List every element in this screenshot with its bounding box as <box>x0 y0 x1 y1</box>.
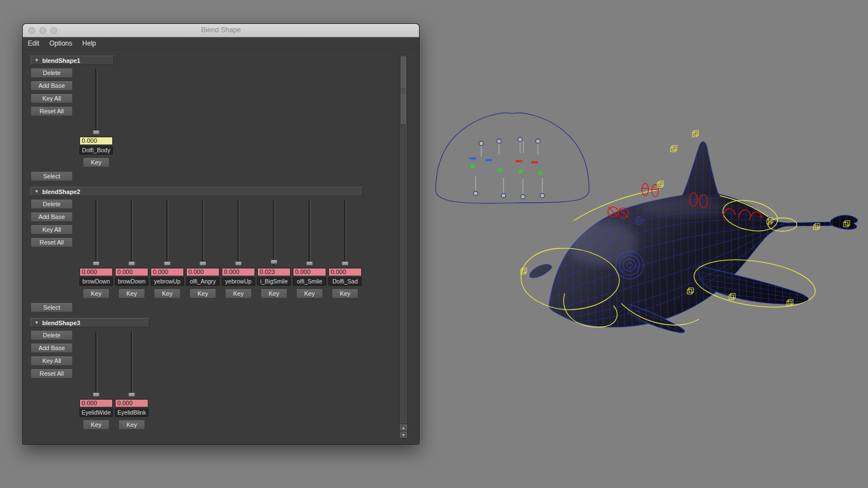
target-name-field[interactable]: Dolfi_Sad <box>328 277 362 286</box>
3d-viewport[interactable] <box>422 0 868 488</box>
weight-value-field[interactable]: 0.000 <box>79 137 113 145</box>
select-button[interactable]: Select <box>31 302 73 312</box>
key-button[interactable]: Key <box>118 288 145 298</box>
target-name-field[interactable]: i_BigSmile <box>257 277 291 286</box>
weight-value-field[interactable]: 0.000 <box>186 268 220 276</box>
key-button[interactable]: Key <box>296 288 323 298</box>
slider-handle[interactable] <box>128 261 136 266</box>
slider-handle[interactable] <box>342 261 349 266</box>
slider-track[interactable] <box>308 200 310 266</box>
slider-handle[interactable] <box>199 261 207 266</box>
control-handle-box-icon[interactable] <box>657 181 664 187</box>
weight-value-field[interactable]: 0.000 <box>328 268 362 276</box>
scrollbar-thumb[interactable] <box>400 56 407 125</box>
delete-button[interactable]: Delete <box>31 330 73 340</box>
target-name-field[interactable]: olfi_Smile <box>293 277 326 286</box>
control-handle-box-icon[interactable] <box>671 146 677 152</box>
add-base-button[interactable]: Add Base <box>31 212 73 222</box>
zoom-button[interactable] <box>51 27 57 34</box>
slider-track[interactable] <box>237 200 239 266</box>
collapse-triangle-icon[interactable]: ▼ <box>34 58 39 63</box>
add-base-button[interactable]: Add Base <box>31 343 73 353</box>
delete-button[interactable]: Delete <box>31 68 73 78</box>
slider-handle[interactable] <box>128 392 136 397</box>
reset-all-button[interactable]: Reset All <box>31 369 73 379</box>
minimize-button[interactable] <box>39 27 46 34</box>
scroll-down-button[interactable]: ▼ <box>400 431 407 438</box>
slider-handle[interactable] <box>271 260 278 264</box>
target-name-field[interactable]: Dolfi_Body <box>79 146 113 155</box>
key-button[interactable]: Key <box>83 288 109 298</box>
slider-handle[interactable] <box>93 130 100 135</box>
slider-handle[interactable] <box>164 261 171 266</box>
weight-value-field[interactable]: 0.000 <box>115 268 148 276</box>
key-button[interactable]: Key <box>225 288 252 298</box>
slider-track-area <box>114 330 149 398</box>
target-name-field[interactable]: olfi_Angry <box>186 277 220 286</box>
weight-value-field[interactable]: 0.000 <box>293 268 326 276</box>
reset-all-button[interactable]: Reset All <box>31 106 73 116</box>
slider-track[interactable] <box>95 200 97 266</box>
reset-all-button[interactable]: Reset All <box>31 237 73 247</box>
panel-header[interactable]: ▼blendShape3 <box>31 318 149 327</box>
slider-track[interactable] <box>344 200 346 266</box>
dolphin-pectoral-fin-far[interactable] <box>530 265 552 278</box>
target-name-field[interactable]: browDown <box>115 277 148 286</box>
menu-options[interactable]: Options <box>49 39 72 47</box>
facial-sliders[interactable] <box>473 137 545 199</box>
select-button[interactable]: Select <box>31 171 73 181</box>
target-name-field[interactable]: yebrowUp <box>151 277 184 286</box>
key-button[interactable]: Key <box>154 288 181 298</box>
close-button[interactable] <box>28 27 35 34</box>
blendshape-slider: 0.000olfi_SmileKey <box>292 199 327 298</box>
slider-handle[interactable] <box>306 261 313 266</box>
key-all-button[interactable]: Key All <box>31 93 73 103</box>
key-all-button[interactable]: Key All <box>31 225 73 235</box>
menu-edit[interactable]: Edit <box>28 39 39 47</box>
key-button[interactable]: Key <box>118 420 145 430</box>
panel-header[interactable]: ▼blendShape2 <box>31 187 363 196</box>
delete-button[interactable]: Delete <box>31 199 73 209</box>
add-base-button[interactable]: Add Base <box>31 81 73 91</box>
slider-track[interactable] <box>95 331 97 397</box>
window-titlebar[interactable]: Blend Shape <box>23 24 419 37</box>
weight-value-field[interactable]: 0.023 <box>257 268 291 276</box>
key-button[interactable]: Key <box>261 288 287 298</box>
control-handle-box-icon[interactable] <box>692 131 699 137</box>
weight-value-field[interactable]: 0.000 <box>151 268 184 276</box>
facial-control-panel[interactable] <box>436 113 589 203</box>
key-button[interactable]: Key <box>332 288 358 298</box>
key-button[interactable]: Key <box>83 157 109 167</box>
slider-track[interactable] <box>131 200 132 266</box>
weight-value-field[interactable]: 0.000 <box>115 399 148 407</box>
slider-handle[interactable] <box>93 392 100 397</box>
collapse-triangle-icon[interactable]: ▼ <box>34 320 39 325</box>
key-all-button[interactable]: Key All <box>31 356 73 366</box>
slider-handle[interactable] <box>93 261 100 266</box>
slider-track[interactable] <box>202 200 203 266</box>
panel-body: DeleteAdd BaseKey AllReset All0.000Dolfi… <box>31 68 397 167</box>
slider-track[interactable] <box>131 331 132 397</box>
scroll-up-button[interactable]: ▲ <box>400 424 407 431</box>
weight-value-field[interactable]: 0.000 <box>79 268 113 276</box>
dolphin-model[interactable] <box>530 133 857 347</box>
menu-help[interactable]: Help <box>82 39 96 47</box>
weight-value-field[interactable]: 0.000 <box>79 399 113 407</box>
viewport-canvas[interactable] <box>422 0 868 488</box>
target-name-field[interactable]: browDown <box>79 277 113 286</box>
key-button[interactable]: Key <box>83 420 109 430</box>
slider-handle[interactable] <box>235 261 242 266</box>
facial-control-ticks[interactable] <box>470 157 542 175</box>
target-name-field[interactable]: EyelidWide <box>79 409 113 417</box>
collapse-triangle-icon[interactable]: ▼ <box>34 189 39 194</box>
slider-track[interactable] <box>166 200 168 266</box>
target-name-field[interactable]: yebrowUp <box>222 277 255 286</box>
panel-header[interactable]: ▼blendShape1 <box>31 56 114 65</box>
target-name-field[interactable]: EyelidBlink <box>115 409 148 417</box>
slider-track[interactable] <box>273 200 275 266</box>
vertical-scrollbar[interactable]: ▲ ▼ <box>399 54 408 439</box>
key-button[interactable]: Key <box>189 288 216 298</box>
dolphin-pectoral-fin-right[interactable] <box>698 266 809 304</box>
slider-track[interactable] <box>95 69 97 135</box>
weight-value-field[interactable]: 0.000 <box>222 268 255 276</box>
